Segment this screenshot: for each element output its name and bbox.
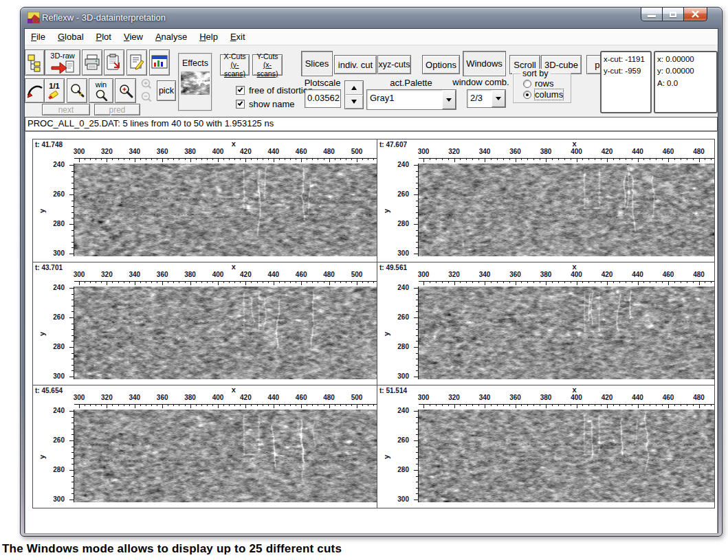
- zoom-window-icon: [94, 89, 108, 101]
- edit-notes-button[interactable]: [126, 49, 147, 76]
- show-name-checkbox[interactable]: show name: [236, 99, 294, 109]
- plotscale-input[interactable]: 0.03562: [305, 89, 341, 108]
- x-tick-label: 440: [632, 394, 643, 401]
- x-tick-label: 480: [323, 394, 335, 401]
- chevron-down-icon[interactable]: [492, 90, 505, 107]
- sort-rows-radio[interactable]: rows: [523, 78, 553, 89]
- print-button[interactable]: [82, 49, 102, 76]
- slices-button[interactable]: Slices: [301, 51, 333, 76]
- slice-panel[interactable]: t: 51.514 x 3003203403603804004204404604…: [377, 385, 715, 508]
- checkbox-checked-icon: [236, 86, 245, 95]
- x-tick-label: 480: [693, 394, 705, 401]
- x-tick-label: 420: [602, 394, 613, 401]
- slice-panel[interactable]: t: 47.607 x 3003203403603804004204404604…: [377, 139, 715, 262]
- x-tick-label: 400: [571, 148, 582, 155]
- panel-time-label: t: 51.514: [379, 387, 407, 394]
- x-tick-label: 300: [74, 271, 85, 278]
- status-bar: PROC_ALL_0_25.DAT: 5 lines from 40 to 50…: [25, 117, 718, 131]
- window-view-button[interactable]: [149, 49, 170, 76]
- zoom-button[interactable]: [67, 78, 87, 103]
- x-axis-label: x: [232, 385, 236, 394]
- menu-file[interactable]: File: [25, 30, 52, 44]
- slice-panel[interactable]: t: 49.561 x 3003203403603804004204404604…: [377, 262, 715, 385]
- y-axis: 240260280300: [387, 164, 419, 256]
- x-tick-label: 360: [509, 394, 521, 401]
- spin-up-button[interactable]: [345, 81, 363, 95]
- zoom-window-button[interactable]: win: [89, 78, 113, 103]
- y-axis: 240260280300: [43, 410, 74, 502]
- menu-global[interactable]: Global: [52, 30, 90, 44]
- x-cuts-button[interactable]: X-Cuts(y-scans): [220, 54, 250, 76]
- x-tick-label: 440: [632, 148, 643, 155]
- draw-tool-icon: [26, 82, 44, 100]
- window-comb-select[interactable]: 2/3: [467, 89, 506, 108]
- menu-help[interactable]: Help: [193, 30, 224, 44]
- clipboard-button[interactable]: [104, 49, 124, 76]
- x-tick-label: 480: [323, 148, 335, 155]
- menu-analyse[interactable]: Analyse: [149, 30, 193, 44]
- gpr-slice-image[interactable]: [419, 164, 714, 256]
- menu-plot[interactable]: Plot: [90, 30, 118, 44]
- plotscale-spinner[interactable]: [344, 80, 364, 109]
- y-tick-label: 240: [388, 284, 409, 291]
- x-tick-label: 380: [184, 148, 196, 155]
- effects-thumbnail[interactable]: [181, 71, 210, 95]
- x-axis: 300320340360380400420440460480: [419, 394, 714, 410]
- x-tick-label: 320: [101, 148, 113, 155]
- window-comb-label: window comb.: [451, 77, 511, 87]
- magnifier-icon: [69, 82, 85, 99]
- x-value: x: 0.00000: [657, 54, 714, 65]
- free-of-distortion-checkbox[interactable]: free of distortion: [236, 85, 313, 96]
- draw-tool-button[interactable]: [25, 78, 45, 103]
- options-button[interactable]: Options: [422, 55, 460, 74]
- x-tick-label: 320: [101, 394, 113, 401]
- pred-button[interactable]: pred: [94, 104, 140, 115]
- scale-1-1-button[interactable]: 1/1: [44, 78, 65, 103]
- sort-colums-radio[interactable]: colums: [523, 89, 563, 100]
- y-tick-label: 300: [388, 495, 409, 503]
- y-tick-label: 260: [388, 436, 409, 444]
- menu-exit[interactable]: Exit: [224, 30, 252, 44]
- slice-panel[interactable]: t: 41.748 x 3003203403603804004204404604…: [32, 139, 377, 262]
- chevron-down-icon[interactable]: [442, 90, 456, 109]
- x-tick-label: 480: [693, 271, 705, 278]
- spin-down-button[interactable]: [345, 95, 363, 109]
- gpr-slice-image[interactable]: [419, 410, 714, 502]
- gpr-slice-image[interactable]: [74, 410, 377, 502]
- indiv-cut-button[interactable]: indiv. cut: [334, 55, 377, 74]
- next-button[interactable]: next: [42, 104, 90, 115]
- x-tick-label: 460: [663, 271, 674, 278]
- xyz-cuts-button[interactable]: xyz-cuts: [377, 55, 411, 74]
- x-tick-label: 400: [212, 148, 224, 155]
- svg-text:3D: 3D: [33, 18, 39, 23]
- y-cuts-button[interactable]: Y-Cuts(x-scans): [252, 54, 283, 76]
- x-tick-label: 300: [74, 394, 85, 401]
- slice-panel[interactable]: t: 43.701 x 3003203403603804004204404604…: [32, 262, 377, 385]
- radio-selected-icon: [523, 91, 531, 99]
- gpr-slice-image[interactable]: [74, 164, 377, 256]
- y-tick-label: 280: [388, 220, 409, 227]
- pick-button[interactable]: pick: [157, 80, 176, 101]
- close-button[interactable]: [683, 8, 707, 21]
- menu-view[interactable]: View: [118, 30, 149, 44]
- sort-by-group: sort by rows colums: [513, 74, 571, 103]
- windows-button[interactable]: Windows: [463, 51, 506, 76]
- minimize-button[interactable]: [641, 8, 663, 21]
- 3d-raw-icon: [50, 60, 75, 74]
- gpr-slice-image[interactable]: [74, 287, 377, 379]
- gpr-slice-image[interactable]: [419, 287, 714, 379]
- x-tick-label: 340: [129, 394, 140, 401]
- y-tick-label: 280: [44, 343, 65, 350]
- zoom-in-button[interactable]: [115, 78, 136, 103]
- y-tick-label: 260: [388, 190, 409, 198]
- y-tick-label: 280: [44, 466, 65, 473]
- slice-panel[interactable]: t: 45.654 x 3003203403603804004204404604…: [32, 385, 377, 508]
- x-axis-label: x: [232, 139, 236, 148]
- 3d-raw-button[interactable]: 3D-raw: [45, 49, 80, 76]
- maximize-button[interactable]: [662, 8, 684, 21]
- project-tree-button[interactable]: [25, 49, 45, 76]
- y-value: y: 0.00000: [657, 65, 714, 77]
- act-palette-select[interactable]: Gray1: [366, 89, 456, 110]
- x-tick-label: 460: [296, 271, 307, 278]
- y-tick-label: 280: [388, 343, 409, 350]
